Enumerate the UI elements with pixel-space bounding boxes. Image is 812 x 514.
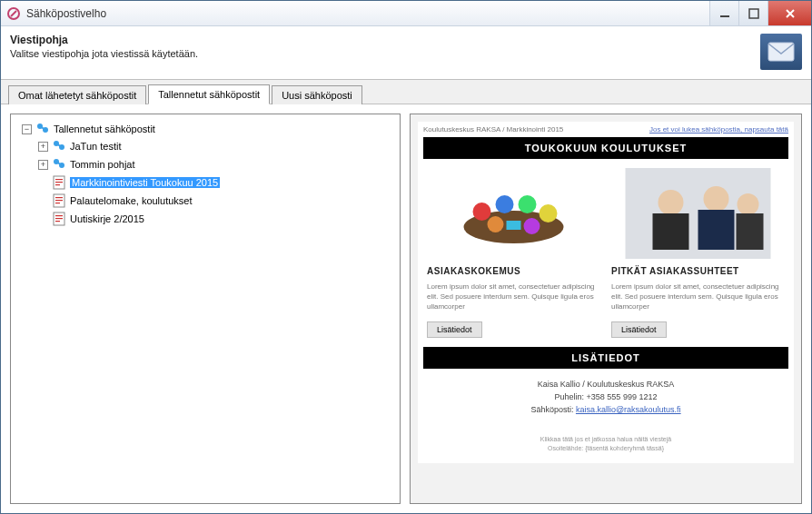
email-preview: Koulutuskeskus RAKSA / Markkinointi 2015… <box>418 122 794 463</box>
header-title: Viestipohja <box>10 34 760 46</box>
svg-point-24 <box>496 195 514 213</box>
svg-rect-20 <box>55 218 63 219</box>
tree-folder-label: JaTun testit <box>70 141 121 152</box>
tree-item-uutiskirje[interactable]: + Uutiskirje 2/2015 <box>36 211 396 227</box>
preview-pane: Koulutuskeskus RAKSA / Markkinointi 2015… <box>410 114 802 504</box>
svg-point-28 <box>524 218 540 234</box>
svg-rect-15 <box>55 197 63 198</box>
preview-webview-link[interactable]: Jos et voi lukea sähköpostia, napsauta t… <box>649 125 788 133</box>
tree-root-label: Tallennetut sähköpostit <box>54 124 155 134</box>
tab-saved[interactable]: Tallennetut sähköpostit <box>148 84 270 104</box>
contact-name: Kaisa Kallio / Koulutuskeskus RAKSA <box>418 378 794 390</box>
svg-rect-29 <box>507 221 521 230</box>
svg-point-23 <box>473 203 491 221</box>
minimize-button[interactable] <box>709 1 738 25</box>
svg-rect-1 <box>720 15 729 17</box>
svg-rect-17 <box>55 203 60 203</box>
svg-rect-19 <box>55 215 63 216</box>
preview-image-2 <box>611 168 785 259</box>
svg-rect-11 <box>55 179 63 180</box>
svg-point-26 <box>540 204 558 222</box>
preview-banner-2: LISÄTIEDOT <box>423 347 788 369</box>
folder-icon <box>35 122 50 136</box>
svg-rect-2 <box>749 9 758 18</box>
tab-own-sent[interactable]: Omat lähetetyt sähköpostit <box>8 85 146 104</box>
preview-column-1: ASIAKASKOKEMUS Lorem ipsum dolor sit ame… <box>427 168 600 338</box>
template-tree: − Tallennetut sähköpostit + <box>15 120 396 229</box>
svg-rect-13 <box>55 184 60 185</box>
collapse-icon[interactable]: − <box>22 124 32 134</box>
preview-col2-title: PITKÄT ASIAKASSUHTEET <box>611 266 785 276</box>
header-subtitle: Valitse viestipohja jota viestissä käyte… <box>10 48 760 59</box>
footer-unsubscribe[interactable]: Klikkaa tätä jos et jatkossa halua näitä… <box>418 435 794 445</box>
app-window: Sähköpostivelho Viestipohja Valitse vies… <box>0 0 812 514</box>
svg-point-27 <box>488 216 504 232</box>
preview-col2-body: Lorem ipsum dolor sit amet, consectetuer… <box>611 282 785 312</box>
tree-folder-tommin[interactable]: + Tommin pohjat <box>36 156 396 173</box>
tree-folder-jatun[interactable]: + JaTun testit <box>36 138 396 154</box>
preview-image-1 <box>427 168 600 259</box>
svg-rect-12 <box>55 182 63 183</box>
svg-point-35 <box>738 193 759 215</box>
window-title: Sähköpostivelho <box>26 7 709 20</box>
svg-rect-21 <box>55 221 60 222</box>
preview-column-2: PITKÄT ASIAKASSUHTEET Lorem ipsum dolor … <box>611 168 785 338</box>
tree-pane: − Tallennetut sähköpostit + <box>10 114 401 504</box>
expand-icon[interactable]: + <box>38 160 48 170</box>
preview-col1-body: Lorem ipsum dolor sit amet, consectetuer… <box>427 282 600 312</box>
document-icon <box>52 212 66 226</box>
envelope-icon <box>760 34 802 70</box>
expand-icon[interactable]: + <box>38 142 48 152</box>
svg-point-33 <box>704 186 729 212</box>
svg-rect-36 <box>737 213 764 250</box>
tree-root[interactable]: − Tallennetut sähköpostit <box>20 121 396 137</box>
preview-contact: Kaisa Kallio / Koulutuskeskus RAKSA Puhe… <box>418 369 794 430</box>
svg-rect-16 <box>55 200 63 201</box>
preview-col1-button[interactable]: Lisätiedot <box>427 321 482 338</box>
preview-meta-left: Koulutuskeskus RAKSA / Markkinointi 2015 <box>423 125 563 133</box>
svg-rect-34 <box>698 210 735 250</box>
tree-item-markkinointi[interactable]: + Markkinointiviesti Toukokuu 2015 <box>36 174 396 191</box>
tab-new[interactable]: Uusi sähköposti <box>272 85 362 104</box>
close-button[interactable] <box>767 1 811 25</box>
tree-item-label: Markkinointiviesti Toukokuu 2015 <box>70 177 220 188</box>
app-icon <box>6 6 21 21</box>
footer-source: Osoitelähde: {täsentä kohderyhmä tässä} <box>418 444 794 454</box>
contact-email-link[interactable]: kaisa.kallio@raksakoulutus.fi <box>576 405 681 414</box>
contact-email-label: Sähköposti: <box>530 405 576 414</box>
svg-rect-3 <box>768 43 794 61</box>
tree-item-palautelomake[interactable]: + Palautelomake, koulutukset <box>36 193 396 209</box>
content-area: − Tallennetut sähköpostit + <box>1 104 811 513</box>
preview-footer: Klikkaa tätä jos et jatkossa halua näitä… <box>418 430 794 463</box>
contact-phone: Puhelin: +358 555 999 1212 <box>418 390 794 403</box>
header: Viestipohja Valitse viestipohja jota vie… <box>1 26 811 80</box>
folder-icon <box>52 139 66 153</box>
svg-rect-32 <box>653 213 689 250</box>
maximize-button[interactable] <box>738 1 767 25</box>
svg-point-25 <box>519 195 537 213</box>
preview-col2-button[interactable]: Lisätiedot <box>611 321 667 338</box>
document-icon <box>52 193 66 208</box>
window-controls <box>709 1 811 25</box>
folder-icon <box>52 157 66 172</box>
tree-folder-label: Tommin pohjat <box>70 159 135 170</box>
titlebar: Sähköpostivelho <box>1 1 811 26</box>
document-icon <box>52 175 66 190</box>
tab-strip: Omat lähetetyt sähköpostit Tallennetut s… <box>1 80 811 104</box>
tree-item-label: Palautelomake, koulutukset <box>70 195 193 206</box>
svg-point-31 <box>659 190 684 215</box>
tree-item-label: Uutiskirje 2/2015 <box>70 213 144 224</box>
preview-banner: TOUKOKUUN KOULUTUKSET <box>423 137 788 159</box>
preview-col1-title: ASIAKASKOKEMUS <box>427 266 600 276</box>
